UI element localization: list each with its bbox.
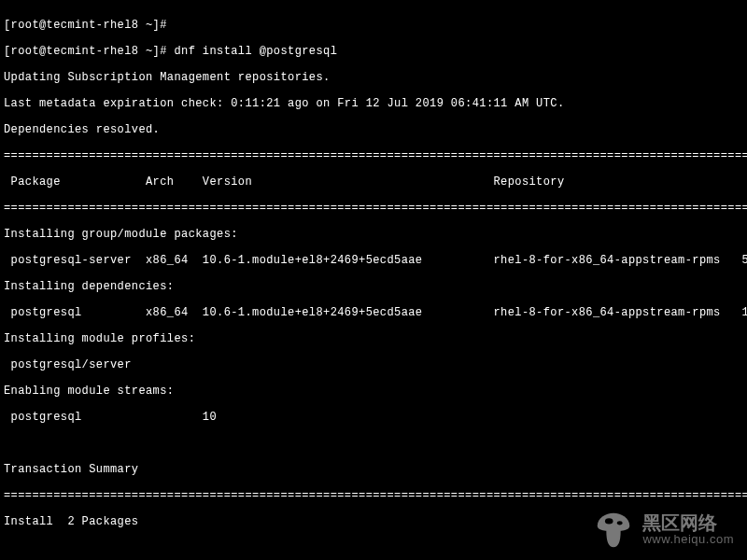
section-header: Enabling module streams: [4,385,743,398]
table-row: postgresql/server [4,358,743,371]
section-header: Installing dependencies: [4,280,743,293]
divider-line: ========================================… [4,149,743,162]
mushroom-icon [592,508,635,551]
section-header: Installing module profiles: [4,332,743,345]
command-line: [root@tecmint-rhel8 ~]# dnf install @pos… [4,45,743,58]
prompt-line: [root@tecmint-rhel8 ~]# [4,19,743,32]
divider-line: ========================================… [4,202,743,215]
watermark: 黑区网络 www.heiqu.com [592,508,734,551]
summary-header: Transaction Summary [4,463,743,476]
terminal-output[interactable]: [root@tecmint-rhel8 ~]# [root@tecmint-rh… [0,0,747,560]
section-header: Installing group/module packages: [4,228,743,241]
watermark-title: 黑区网络 [642,512,734,533]
table-row: postgresql 10 [4,411,743,424]
table-row: postgresql x86_64 10.6-1.module+el8+2469… [4,306,743,319]
svg-point-1 [617,521,623,525]
output-line: Dependencies resolved. [4,123,743,136]
output-line: Updating Subscription Management reposit… [4,71,743,84]
watermark-text: 黑区网络 www.heiqu.com [642,512,734,546]
watermark-url: www.heiqu.com [642,533,734,546]
svg-point-0 [605,518,613,524]
output-line: Last metadata expiration check: 0:11:21 … [4,97,743,110]
divider-line: ========================================… [4,489,743,502]
table-header: Package Arch Version Repository Size [4,175,743,189]
table-row: postgresql-server x86_64 10.6-1.module+e… [4,254,743,267]
blank-line [4,437,743,450]
